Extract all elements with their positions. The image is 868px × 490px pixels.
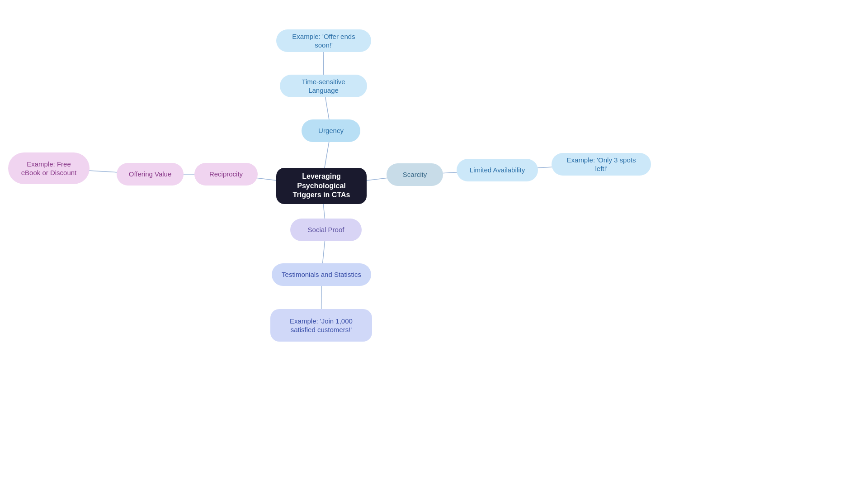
limited-avail-node: Limited Availability xyxy=(457,159,538,181)
urgency-node: Urgency xyxy=(302,119,360,142)
only-3-spots-node: Example: 'Only 3 spots left!' xyxy=(552,153,651,176)
offer-ends-node: Example: 'Offer ends soon!' xyxy=(276,29,371,52)
offering-value-node: Offering Value xyxy=(117,163,184,186)
free-ebook-node: Example: Free eBook or Discount xyxy=(8,152,90,184)
scarcity-node: Scarcity xyxy=(387,163,443,186)
testimonials-node: Testimonials and Statistics xyxy=(272,263,371,286)
time-sensitive-node: Time-sensitive Language xyxy=(280,75,367,97)
social-proof-node: Social Proof xyxy=(290,219,362,241)
join-1000-node: Example: 'Join 1,000 satisfied customers… xyxy=(270,309,372,342)
center-node: Leveraging Psychological Triggers in CTA… xyxy=(276,168,367,204)
reciprocity-node: Reciprocity xyxy=(194,163,258,186)
